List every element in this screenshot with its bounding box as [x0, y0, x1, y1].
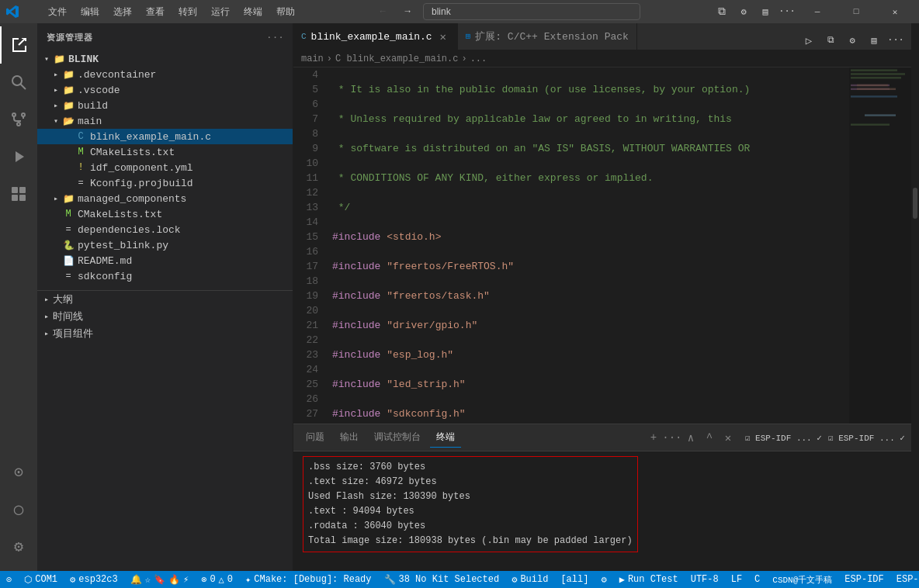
menu-view[interactable]: 查看 [140, 2, 171, 22]
menu-terminal[interactable]: 终端 [238, 2, 269, 22]
status-all[interactable]: [all] [554, 571, 595, 588]
nav-forward-button[interactable]: → [398, 2, 417, 21]
tree-item-blink-example-main-c[interactable]: C blink_example_main.c [37, 129, 293, 144]
status-gear3[interactable]: ⚙ [595, 571, 612, 588]
panel-maximize-button[interactable]: ^ [702, 430, 717, 445]
status-esp-idf-2-label: ESP-IDF... [896, 574, 919, 585]
tree-item-cmakelists-main[interactable]: M CMakeLists.txt [37, 144, 293, 160]
tree-label-kconfig: Kconfig.projbuild [90, 178, 293, 189]
panel-tab-debug-console[interactable]: 调试控制台 [368, 427, 427, 448]
activity-remote[interactable]: ⊙ [0, 453, 37, 490]
settings-gear-button[interactable]: ⚙ [843, 31, 862, 50]
tree-item-readme[interactable]: 📄 README.md [37, 253, 293, 268]
panel-add-button[interactable]: + [646, 430, 661, 445]
tree-section-timeline[interactable]: ▸ 时间线 [37, 308, 293, 325]
sidebar-more-button[interactable]: ··· [268, 29, 283, 45]
tree-label-devcontainer: .devcontainer [78, 69, 293, 81]
svg-point-0 [12, 76, 22, 85]
tree-item-cmakelists-root[interactable]: M CMakeLists.txt [37, 206, 293, 222]
status-esp-idf-2[interactable]: ESP-IDF... [890, 571, 919, 588]
tree-item-managed-components[interactable]: ▸ 📁 managed_components [37, 191, 293, 206]
svg-rect-19 [851, 123, 890, 125]
panel-tab-output[interactable]: 输出 [334, 427, 365, 448]
status-build[interactable]: ⚙ Build [505, 571, 554, 588]
tree-item-dependencies-lock[interactable]: = dependencies.lock [37, 222, 293, 237]
star-icon[interactable]: ☆ [145, 574, 151, 586]
activity-extensions[interactable] [0, 175, 37, 213]
tab-close-blink-example-main[interactable]: ✕ [437, 30, 449, 43]
tree-item-kconfig[interactable]: = Kconfig.projbuild [37, 175, 293, 191]
status-esp-idf-1[interactable]: ESP-IDF [838, 571, 890, 588]
esp-action-2[interactable]: ☑ ESP-IDF ... ✓ [828, 433, 905, 443]
activity-explorer[interactable] [0, 26, 37, 64]
panel-terminal-content[interactable]: .bss size: 3760 bytes .text size: 46972 … [293, 451, 911, 571]
status-eol[interactable]: LF [725, 571, 748, 588]
activity-accounts[interactable]: ◯ [0, 490, 37, 527]
tree-item-pytest-blink[interactable]: 🐍 pytest_blink.py [37, 237, 293, 253]
panel-close-button[interactable]: ✕ [720, 430, 736, 445]
status-encoding[interactable]: UTF-8 [685, 571, 725, 588]
split-editor-icon[interactable]: ⧉ [713, 2, 731, 21]
run-file-button[interactable]: ▷ [799, 31, 818, 50]
status-com1[interactable]: ⬡ COM1 [18, 571, 64, 588]
split-editor-button[interactable]: ⧉ [821, 31, 840, 50]
nav-back-button[interactable]: ← [373, 2, 392, 21]
panel-more-button[interactable]: ··· [664, 430, 680, 445]
tree-item-devcontainer[interactable]: ▸ 📁 .devcontainer [37, 67, 293, 82]
status-language[interactable]: C [748, 571, 766, 588]
status-no-kit[interactable]: 🔧 38 No Kit Selected [378, 571, 506, 588]
close-button[interactable]: ✕ [877, 0, 913, 23]
maximize-button[interactable]: □ [838, 0, 874, 23]
bookmark-icon[interactable]: 🔖 [154, 574, 165, 586]
panel-tab-problems[interactable]: 问题 [300, 427, 331, 448]
menu-file[interactable]: 文件 [42, 2, 73, 22]
menu-edit[interactable]: 编辑 [75, 2, 106, 22]
menu-goto[interactable]: 转到 [172, 2, 203, 22]
panel-collapse-button[interactable]: ∧ [683, 430, 699, 445]
tree-item-main[interactable]: ▾ 📂 main [37, 113, 293, 129]
activity-scm[interactable] [0, 101, 37, 138]
tree-section-outline[interactable]: ▸ 大纲 [37, 291, 293, 308]
panel-tab-terminal[interactable]: 终端 [430, 427, 461, 448]
minimize-button[interactable]: — [799, 0, 835, 23]
breadcrumb-file[interactable]: C blink_example_main.c [335, 54, 458, 64]
more-icon[interactable]: ··· [778, 2, 796, 21]
status-run-ctest[interactable]: ▶ Run CTest [613, 571, 685, 588]
settings-icon[interactable]: ⚙ [734, 2, 753, 21]
flame-icon[interactable]: 🔥 [168, 574, 180, 586]
chevron-right-icon: ▸ [50, 101, 62, 110]
tree-item-idf-component[interactable]: ! idf_component.yml [37, 160, 293, 175]
menu-run[interactable]: 运行 [205, 2, 236, 22]
tree-item-sdkconfig[interactable]: = sdkconfig [37, 268, 293, 284]
status-cmake[interactable]: ✦ CMake: [Debug]: Ready [239, 571, 377, 588]
status-bar: ⊙ ⬡ COM1 ⚙ esp32c3 🔔 ☆ 🔖 🔥 ⚡ ⊗ 0 △ 0 ✦ C… [0, 571, 919, 588]
tree-item-build[interactable]: ▸ 📁 build [37, 98, 293, 113]
lightning-icon[interactable]: ⚡ [183, 574, 189, 586]
editor-more-button[interactable]: ··· [886, 31, 905, 50]
layout-icon[interactable]: ▤ [756, 2, 775, 21]
esp-action-1[interactable]: ☑ ESP-IDF ... ✓ [745, 433, 822, 443]
menu-help[interactable]: 帮助 [270, 2, 301, 22]
code-area[interactable]: * It is also in the public domain (or us… [324, 67, 849, 424]
tree-root-blink[interactable]: ▾ 📁 BLINK [37, 51, 293, 67]
breadcrumb-symbol[interactable]: ... [470, 54, 487, 64]
breadcrumb-main[interactable]: main [301, 54, 324, 64]
editor-layout-button[interactable]: ▤ [865, 31, 883, 50]
scrollbar-thumb[interactable] [913, 188, 917, 219]
status-remote[interactable]: ⊙ [0, 571, 18, 588]
bell-icon[interactable]: 🔔 [130, 574, 142, 586]
status-csdn[interactable]: CSDN@千文手稿 [766, 571, 838, 588]
activity-settings[interactable]: ⚙ [0, 527, 37, 565]
search-input[interactable] [423, 3, 640, 20]
tree-section-components[interactable]: ▸ 项目组件 [37, 325, 293, 342]
activity-debug[interactable] [0, 138, 37, 175]
status-errors[interactable]: ⊗ 0 △ 0 [195, 571, 239, 588]
python-icon: 🐍 [62, 239, 75, 251]
status-chip[interactable]: ⚙ esp32c3 [64, 571, 124, 588]
tab-blink-example-main[interactable]: C blink_example_main.c ✕ [293, 23, 458, 50]
menu-selection[interactable]: 选择 [107, 2, 138, 22]
scrollbar-area [911, 23, 919, 571]
tree-item-vscode[interactable]: ▸ 📁 .vscode [37, 82, 293, 98]
activity-search[interactable] [0, 64, 37, 101]
tab-cpp-extension-pack[interactable]: ⊞ 扩展: C/C++ Extension Pack [458, 23, 637, 50]
